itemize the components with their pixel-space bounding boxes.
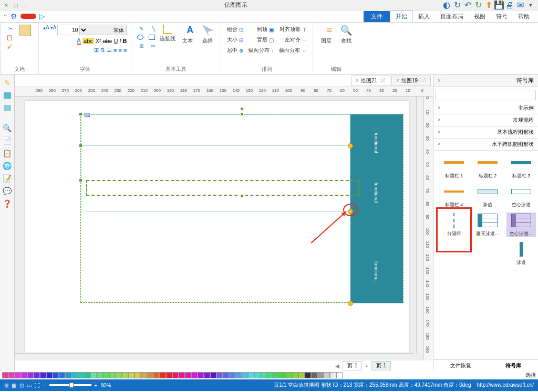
shape-bar-value[interactable]: 条值 [473, 184, 502, 208]
color-swatch[interactable] [46, 372, 53, 378]
close-icon[interactable]: × [356, 78, 359, 83]
maximize-button[interactable]: □ [12, 1, 20, 9]
color-swatch[interactable] [336, 372, 343, 378]
copy-button[interactable] [16, 25, 34, 36]
underline-button[interactable]: U [113, 38, 118, 44]
color-swatch[interactable] [153, 372, 160, 378]
list-view-icon[interactable]: ▦ [12, 383, 16, 388]
color-swatch[interactable] [103, 372, 109, 378]
color-swatch[interactable] [53, 372, 59, 378]
color-swatch[interactable] [134, 372, 141, 378]
zoom-in-button[interactable]: + [95, 383, 98, 388]
color-swatch[interactable] [248, 372, 254, 378]
decrease-font-icon[interactable]: A▾ [50, 25, 57, 35]
color-swatch[interactable] [128, 372, 134, 378]
color-swatch[interactable] [324, 372, 330, 378]
swimlane-shape[interactable]: functional functional functional [80, 114, 404, 303]
canvas[interactable]: functional functional functional [15, 97, 423, 361]
v-scrollbar[interactable] [416, 97, 423, 353]
shape-vert-lane[interactable]: 垂直泳道... [473, 213, 502, 237]
align-center-icon[interactable]: ≡ [119, 47, 122, 54]
front-button[interactable]: ▣到顶 [247, 25, 275, 34]
collapse-icon[interactable]: × [438, 117, 441, 123]
page-view-icon[interactable]: ▭ [27, 383, 32, 388]
color-swatch[interactable] [286, 372, 292, 378]
save-icon[interactable]: 💾 [495, 1, 503, 9]
color-swatch[interactable] [65, 372, 71, 378]
add-page-button[interactable]: + [365, 363, 368, 369]
color-swatch[interactable] [235, 372, 242, 378]
section-header[interactable]: ×水平跨职能图形状 [433, 139, 538, 151]
select-tool[interactable]: 选择 [199, 25, 216, 45]
color-swatch[interactable] [179, 372, 185, 378]
back-button[interactable]: ▢置后 [247, 35, 275, 45]
strike-button[interactable]: abc [103, 38, 112, 44]
color-swatch[interactable] [15, 372, 21, 378]
resize-handle[interactable] [240, 112, 244, 116]
color-swatch[interactable] [191, 372, 198, 378]
layers-button[interactable]: ≡图层 [317, 25, 335, 45]
zoom-out-button[interactable]: – [43, 383, 46, 388]
color-swatch[interactable] [122, 372, 128, 378]
doc-tab-active[interactable]: × 绘图21 📄 [351, 76, 390, 86]
color-swatch[interactable] [8, 372, 15, 378]
section-header[interactable]: ×主示例 [433, 102, 538, 114]
increase-font-icon[interactable]: A▴ [43, 25, 49, 35]
zoom-side-tool[interactable]: 🔍 [2, 123, 13, 133]
center-button[interactable]: ⊕居中 [225, 46, 245, 55]
color-swatch[interactable] [229, 372, 235, 378]
color-swatch[interactable] [330, 372, 336, 378]
swimlane-header[interactable]: functional functional functional [350, 114, 403, 303]
undo-icon[interactable]: ↶ [463, 1, 472, 9]
color-swatch[interactable] [317, 372, 324, 378]
color-swatch[interactable] [21, 372, 27, 378]
color-swatch[interactable] [198, 372, 204, 378]
collapse-icon[interactable]: × [438, 129, 441, 135]
color-swatch[interactable] [216, 372, 223, 378]
color-swatch[interactable] [59, 372, 65, 378]
pencil-side-tool[interactable]: ✎ [2, 78, 13, 88]
footer-tab-recovery[interactable]: 文件恢复 [450, 362, 471, 369]
bold-button[interactable]: B [122, 38, 127, 44]
color-swatch[interactable] [305, 372, 311, 378]
section-header[interactable]: ×常规流程 [433, 114, 538, 126]
rotate-handle[interactable] [240, 107, 244, 111]
resize-handle[interactable] [79, 144, 82, 147]
italic-button[interactable]: I [119, 38, 121, 44]
fullscreen-icon[interactable]: ⛶ [35, 383, 40, 388]
resize-handle[interactable] [240, 194, 244, 198]
minimize-button[interactable]: – [21, 1, 29, 9]
color-swatch[interactable] [116, 372, 122, 378]
format-painter-button[interactable]: 🖌 [5, 43, 14, 50]
color-swatch[interactable] [210, 372, 216, 378]
paste-button[interactable]: 📋 [5, 34, 14, 41]
cut-button[interactable]: ✂ [5, 25, 14, 33]
export-icon[interactable]: ⬆ [484, 1, 493, 9]
color-swatch[interactable] [97, 372, 103, 378]
tab-view[interactable]: 视图 [469, 11, 491, 22]
globe-side-tool[interactable]: 🌐 [2, 161, 13, 171]
group-button[interactable]: ⊡组合 [225, 25, 245, 34]
lane-row-1[interactable] [81, 114, 350, 146]
pencil-tool[interactable]: ✎ [136, 25, 145, 33]
zoom-slider[interactable] [49, 384, 91, 386]
align-top-button[interactable]: ⊤对齐顶部 [277, 25, 308, 34]
color-swatch[interactable] [311, 372, 317, 378]
align-left-button[interactable]: ⊢左对齐 [277, 35, 308, 45]
shape-empty-lane[interactable]: 空心泳道 [506, 184, 536, 208]
color-swatch[interactable] [71, 372, 78, 378]
note-side-tool[interactable]: 📝 [2, 173, 13, 184]
font-family-select[interactable]: 宋体 [79, 25, 127, 35]
tab-help[interactable]: 帮助 [513, 11, 535, 22]
color-swatch[interactable] [280, 372, 286, 378]
collapse-icon[interactable]: × [438, 105, 441, 111]
color-swatch[interactable] [223, 372, 229, 378]
color-swatch[interactable] [273, 372, 280, 378]
color-swatch[interactable] [185, 372, 191, 378]
color-swatch[interactable] [172, 372, 179, 378]
shape-empty-lane-2[interactable]: 空心泳道... [506, 213, 536, 237]
color-swatch[interactable] [109, 372, 116, 378]
file-tab[interactable]: 文件 [364, 11, 390, 22]
h-scrollbar[interactable] [15, 353, 414, 361]
color-swatch[interactable] [141, 372, 147, 378]
